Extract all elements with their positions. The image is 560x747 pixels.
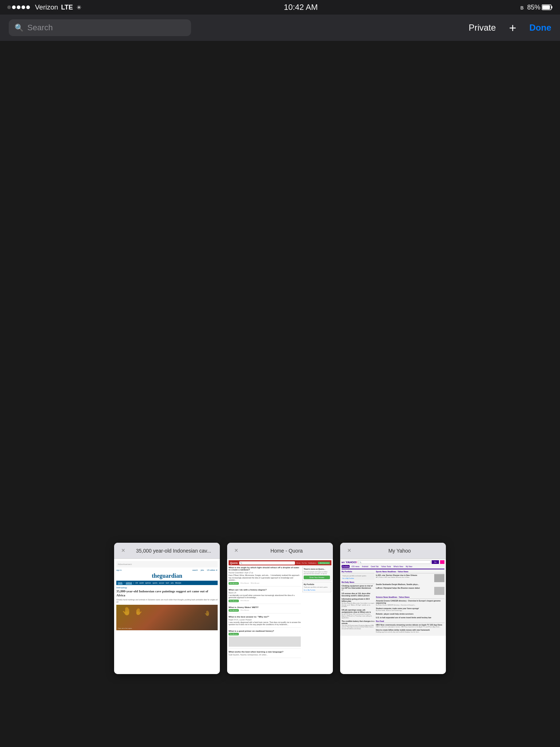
yahoo-tab-portfolio[interactable]: Portfolio <box>342 565 350 568</box>
quora-q1-author: Rachel Greenfield • April 17 at <box>229 572 301 574</box>
quora-best-answer-btn-5[interactable]: Best Answer <box>229 633 239 635</box>
yahoo-mail-icon[interactable] <box>440 560 444 564</box>
yahoo-article-3: Informative going private in $3.5 billio… <box>342 598 374 608</box>
quora-q4-text: I was recently diagnosed with a fatal br… <box>229 621 301 626</box>
quora-best-answer-btn[interactable]: Best Answer <box>229 582 239 585</box>
yahoo-tab-mynew[interactable]: My New <box>405 565 413 568</box>
quora-question-3: What is Jimmy Wales' MBTI? Best Answer O… <box>229 606 301 614</box>
yahoo-search-btn[interactable]: Go <box>432 560 439 564</box>
tabs-row: × 35,000 year-old Indonesian cav... Adve… <box>0 543 560 674</box>
yahoo-portfolio-link[interactable]: Go to My Portfolio <box>342 577 374 579</box>
search-icon: 🔍 <box>15 23 24 32</box>
yahoo-article-5: The credible battery that changes in a m… <box>342 620 374 630</box>
tab-card-guardian[interactable]: × 35,000 year-old Indonesian cav... Adve… <box>114 543 220 674</box>
quora-grow-btn[interactable]: Grow Your Answer <box>304 576 330 579</box>
tab-card-yahoo[interactable]: × My Yahoo MY YAHOO! 🔍 Go <box>340 543 446 674</box>
tab-header-guardian: × 35,000 year-old Indonesian cav... <box>114 543 220 559</box>
yahoo-tab-ios[interactable]: iOS news <box>351 565 360 568</box>
quora-question-2: What can I do with a history degree? Mar… <box>229 589 301 604</box>
tab-card-quora[interactable]: × Home - Quora Quora 🔍 Home For You Noti… <box>227 543 333 674</box>
tab-header-yahoo: × My Yahoo <box>340 543 446 559</box>
signal-dot-5 <box>26 5 30 9</box>
quora-best-answer-btn-2[interactable]: Best Answer <box>229 600 239 602</box>
signal-strength <box>7 5 30 9</box>
guardian-caption: Cave art in the tropics <box>118 627 132 629</box>
yahoo-sports-article-1: In NFL star Darrion Sharper due in New O… <box>376 574 444 582</box>
close-tab-yahoo[interactable]: × <box>345 546 354 556</box>
quora-q1-votes: Best Answer Other Answer White Answer <box>229 582 301 585</box>
yahoo-tab-android[interactable]: Android <box>361 565 369 568</box>
battery-icon-svg <box>542 4 553 10</box>
toolbar-actions: Private + Done <box>468 21 551 35</box>
quora-question-5: What is a good primer on medieval histor… <box>229 630 301 649</box>
quora-q2-title: What can I do with a history degree? <box>229 589 301 591</box>
close-tab-quora[interactable]: × <box>232 546 241 556</box>
yahoo-sports-article-3: LeBron: Olympiad helps like Braxton maso… <box>376 587 444 595</box>
yahoo-sci-article-4: U.S. to halt expanded use of some travel… <box>376 616 444 619</box>
search-bar[interactable]: 🔍 Search <box>9 19 191 36</box>
tab-title-guardian: 35,000 year-old Indonesian cav... <box>132 548 215 554</box>
quora-question-1: What is the angle by which light should … <box>229 566 301 587</box>
quora-q3-votes: Best Answer Other Answer <box>229 609 301 612</box>
guardian-ad: Advertisement <box>116 561 218 568</box>
yahoo-search[interactable]: 🔍 <box>358 560 431 564</box>
battery-indicator: 85% <box>527 4 553 11</box>
guardian-subhead: Ghostly hand markings and animals in Sul… <box>116 599 218 603</box>
quora-portfolio-link[interactable]: Go to My Portfolio <box>304 589 330 591</box>
quora-nav-notif: Notifications <box>308 562 316 564</box>
yahoo-rss-article-2: How to create billion dollar mobile move… <box>376 629 444 633</box>
yahoo-article-4: UN job openings surge, job assignments s… <box>342 609 374 619</box>
quora-search[interactable]: 🔍 <box>239 561 295 565</box>
tab-content-quora: Quora 🔍 Home For You Notifications + Add… <box>227 559 333 674</box>
yahoo-tabs: Portfolio iOS news Android Geek Tab Yaho… <box>342 565 444 569</box>
yahoo-right-col: Sports News Headlines - Yahoo News In NF… <box>376 570 444 634</box>
yahoo-tab-whatsnew[interactable]: What's New <box>393 565 404 568</box>
tab-title-quora: Home - Quora <box>245 548 328 554</box>
yahoo-portfolio-widget: Track your portfolio and stock quotes Go… <box>342 574 374 580</box>
quora-q1-title: What is the angle by which light should … <box>229 566 301 571</box>
signal-dot-3 <box>17 5 20 9</box>
new-tab-button[interactable]: + <box>509 21 516 35</box>
quora-main-feed: What is the angle by which light should … <box>229 566 301 660</box>
bluetooth-icon: ʙ <box>520 4 524 11</box>
guardian-section: Anthropology <box>116 587 218 589</box>
quora-logo: Quora <box>230 562 238 564</box>
quora-right-sidebar: There's more on Quora... Your new people… <box>302 566 331 660</box>
yahoo-tab-tools[interactable]: Yahoo Tools <box>380 565 392 568</box>
tab-title-yahoo: My Yahoo <box>358 548 442 554</box>
quora-sidebar-layout: What is the angle by which light should … <box>229 566 331 660</box>
yahoo-madailynews-section: Ma Daily News <box>342 581 374 584</box>
done-button[interactable]: Done <box>529 23 551 33</box>
quora-question-6: What works the best when learning a new … <box>229 651 301 658</box>
yahoo-rss-article-1: HBO Now: enormously streaming service de… <box>376 624 444 628</box>
quora-q5-title: What is a good primer on medieval histor… <box>229 630 301 632</box>
network-type-label: LTE <box>61 4 73 11</box>
quora-portfolio-text: Track your portfolio and stock quotes <box>304 586 330 588</box>
quora-q4-author: Ralph F.H.A, Lauren Postam <box>229 619 301 621</box>
yahoo-body: My Portfolio Track your portfolio and st… <box>342 570 444 634</box>
svg-rect-1 <box>551 6 552 8</box>
yahoo-header: MY YAHOO! 🔍 Go <box>342 560 444 564</box>
quora-q2-votes: Best Answer Other Answer <box>229 600 301 602</box>
quora-sidebar-text: Your new people and topics to follow and… <box>304 571 330 574</box>
search-input[interactable]: Search <box>27 23 53 32</box>
guardian-headline: 35,000-year-old Indonesian cave painting… <box>116 589 218 597</box>
quora-best-answer-btn-3[interactable]: Best Answer <box>229 609 239 612</box>
clock: 10:42 AM <box>284 3 318 12</box>
private-button[interactable]: Private <box>468 23 496 33</box>
tab-content-yahoo: MY YAHOO! 🔍 Go Portfolio iOS ne <box>340 559 446 674</box>
quora-q3-title: What is Jimmy Wales' MBTI? <box>229 606 301 608</box>
quora-add-question[interactable]: + Add Question <box>318 562 330 564</box>
tab-content-guardian: Advertisement sign in search jobs US edi… <box>114 559 220 674</box>
signal-dot-4 <box>22 5 25 9</box>
close-tab-guardian[interactable]: × <box>118 546 128 556</box>
carrier-label: Verizon <box>35 3 58 11</box>
yahoo-sci-article-1: Amanda Greene CANCER directory - Overvie… <box>376 600 444 606</box>
svg-rect-2 <box>542 5 550 9</box>
status-left: Verizon LTE ✳ <box>7 3 81 11</box>
guardian-signin-row: sign in search jobs US edition ▼ <box>116 569 218 571</box>
yahoo-sci-article-2: Student computer, trade some year 'bone … <box>376 607 444 612</box>
guardian-logo: theguardian <box>116 573 218 579</box>
yahoo-left-col: My Portfolio Track your portfolio and st… <box>342 570 374 634</box>
yahoo-tab-geek[interactable]: Geek Tab <box>370 565 379 568</box>
